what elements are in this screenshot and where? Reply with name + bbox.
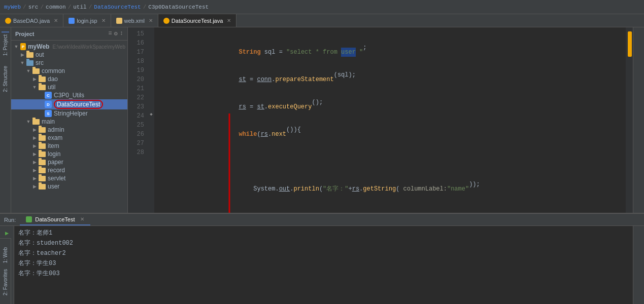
line-num-20: 20 (128, 75, 144, 84)
right-side-panel (633, 27, 644, 213)
tree-label-user: user (48, 183, 59, 190)
gutter-21 (148, 82, 154, 91)
tab-webxml-close[interactable]: ✕ (149, 18, 153, 23)
bottom-tab-datasourcetest[interactable]: DataSourceTest ✕ (20, 214, 90, 225)
tree-item-c3p0utils[interactable]: C C3P0_Utils (11, 91, 127, 99)
arrow-record: ▶ (31, 167, 38, 173)
folder-icon-login (39, 151, 46, 157)
tab-bar: BaseDAO.java ✕ login.jsp ✕ web.xml ✕ Dat… (0, 14, 644, 27)
tree-item-exam[interactable]: ▶ exam (11, 134, 127, 142)
run-icon (26, 216, 32, 222)
java-active-icon (163, 18, 170, 24)
java-icon-datasourcetest: D (45, 101, 52, 108)
line-num-21: 21 (128, 84, 144, 93)
left-side-panel: 1: Project 2: Structure (0, 27, 11, 213)
tree-item-user[interactable]: ▶ user (11, 182, 127, 191)
side-tab-project[interactable]: 1: Project (2, 31, 9, 58)
gutter-23 (148, 100, 154, 109)
jsp-icon (69, 18, 75, 24)
sidebar-tool-collapse[interactable]: ↕ (120, 30, 123, 37)
output-line-4: 名字：学生03 (18, 258, 629, 269)
gutter-18 (148, 55, 154, 64)
tab-loginjsp[interactable]: login.jsp ✕ (63, 14, 111, 27)
tab-webxml-label: web.xml (124, 18, 145, 24)
breadcrumb-common[interactable]: common (46, 4, 66, 10)
line-num-27: 27 (128, 139, 144, 148)
gutter-26 (148, 128, 154, 137)
folder-icon-item (39, 143, 46, 149)
gutter-20 (148, 73, 154, 82)
tree-item-stringhelper[interactable]: S StringHelper (11, 109, 127, 118)
folder-icon-admin (39, 127, 46, 133)
tree-path-myweb: E:\work\IdeaWorkSpace\myWeb (52, 44, 125, 50)
tab-basedao[interactable]: BaseDAO.java ✕ (0, 14, 63, 27)
tab-basedao-close[interactable]: ✕ (54, 18, 58, 23)
side-tab-web[interactable]: 1: Web (2, 245, 9, 265)
editor-scroll[interactable]: 15 16 17 18 19 20 21 22 23 24 25 26 27 2… (128, 27, 633, 213)
tree-label-src: src (36, 59, 44, 66)
folder-icon-record (39, 168, 46, 173)
arrow-common: ▼ (25, 68, 31, 74)
run-button[interactable]: ▶ (2, 228, 12, 238)
folder-icon-paper (39, 160, 46, 165)
run-output: 名字：老师1 名字：student002 名字：teacher2 名字：学生03… (14, 226, 633, 304)
output-text-5: 名字：学生003 (18, 269, 60, 279)
right-scrollbar[interactable] (626, 27, 633, 213)
tab-datasourcetest-label: DataSourceTest.java (172, 18, 223, 24)
java-icon-c3p0utils: C (45, 92, 52, 99)
tree-item-paper[interactable]: ▶ paper (11, 158, 127, 166)
line-num-18: 18 (128, 57, 144, 66)
tree-item-record[interactable]: ▶ record (11, 166, 127, 174)
arrow-exam: ▶ (31, 135, 38, 141)
line-num-17: 17 (128, 48, 144, 57)
tree-item-myweb[interactable]: ▼ P myWeb E:\work\IdeaWorkSpace\myWeb (11, 43, 127, 51)
sidebar-tool-menu[interactable]: ≡ (108, 30, 112, 37)
output-line-1: 名字：老师1 (18, 228, 629, 238)
output-line-5: 名字：学生003 (18, 269, 629, 279)
breadcrumb-datasourcetest[interactable]: DataSourceTest (94, 4, 141, 10)
tab-webxml[interactable]: web.xml ✕ (111, 14, 158, 27)
tree-item-util[interactable]: ▼ util (11, 83, 127, 91)
tree-item-login[interactable]: ▶ login (11, 150, 127, 158)
gutter-17 (148, 46, 154, 55)
code-line-19 (158, 157, 622, 166)
tree-item-admin[interactable]: ▶ admin (11, 126, 127, 134)
tree-item-main[interactable]: ▼ main (11, 118, 127, 126)
line-num-25: 25 (128, 121, 144, 130)
tab-datasourcetest[interactable]: DataSourceTest.java ✕ (158, 14, 237, 27)
code-line-20: System.out.println("名字："+rs.getString( c… (158, 184, 622, 194)
breadcrumb-c3p0datasourcetest[interactable]: C3p0DataSourceTest (148, 4, 209, 10)
bottom-left-tabs: 1: Web 2: Favorites (0, 238, 11, 304)
tree-label-datasourcetest: DataSourceTest (54, 100, 103, 109)
tree-label-myweb: myWeb (28, 43, 49, 50)
editor-gutter: ◆ (148, 27, 154, 213)
sidebar-tool-settings[interactable]: ⚙ (114, 30, 118, 37)
side-tab-structure[interactable]: 2: Structure (2, 64, 9, 94)
line-num-19: 19 (128, 66, 144, 75)
breadcrumb-src[interactable]: src (28, 4, 39, 10)
tree-item-src[interactable]: ▼ src (11, 59, 127, 67)
tab-loginjsp-close[interactable]: ✕ (101, 18, 106, 23)
tree-label-util: util (48, 84, 55, 91)
side-tab-favorites[interactable]: 2: Favorites (2, 267, 9, 297)
xml-icon (116, 18, 122, 24)
tree-item-datasourcetest[interactable]: D DataSourceTest (11, 99, 127, 109)
bottom-tab-close[interactable]: ✕ (80, 216, 84, 222)
output-line-3: 名字：teacher2 (18, 248, 629, 258)
breadcrumb-myweb[interactable]: myWeb (4, 4, 21, 10)
tree-item-servlet[interactable]: ▶ servlet (11, 174, 127, 182)
project-sidebar: Project ≡ ⚙ ↕ ▼ P myWeb E:\work\IdeaWork… (11, 27, 128, 213)
arrow-out: ▶ (19, 52, 25, 58)
folder-icon-out (26, 52, 33, 58)
tree-item-out[interactable]: ▶ out (11, 51, 127, 59)
tree-item-dao[interactable]: ▶ dao (11, 75, 127, 83)
tab-datasourcetest-close[interactable]: ✕ (227, 18, 231, 23)
arrow-src: ▼ (19, 60, 25, 66)
tree-item-item[interactable]: ▶ item (11, 142, 127, 150)
gutter-24: ◆ (148, 109, 154, 119)
folder-icon-src (26, 60, 33, 66)
bottom-content: ▶ ■ ⟳ ↑ ↓ ≡ 名字：老师1 名字：student002 名字：teac… (0, 226, 644, 304)
tree-item-common[interactable]: ▼ common (11, 67, 127, 75)
code-editor: 15 16 17 18 19 20 21 22 23 24 25 26 27 2… (128, 27, 633, 213)
breadcrumb-util[interactable]: util (73, 4, 86, 10)
